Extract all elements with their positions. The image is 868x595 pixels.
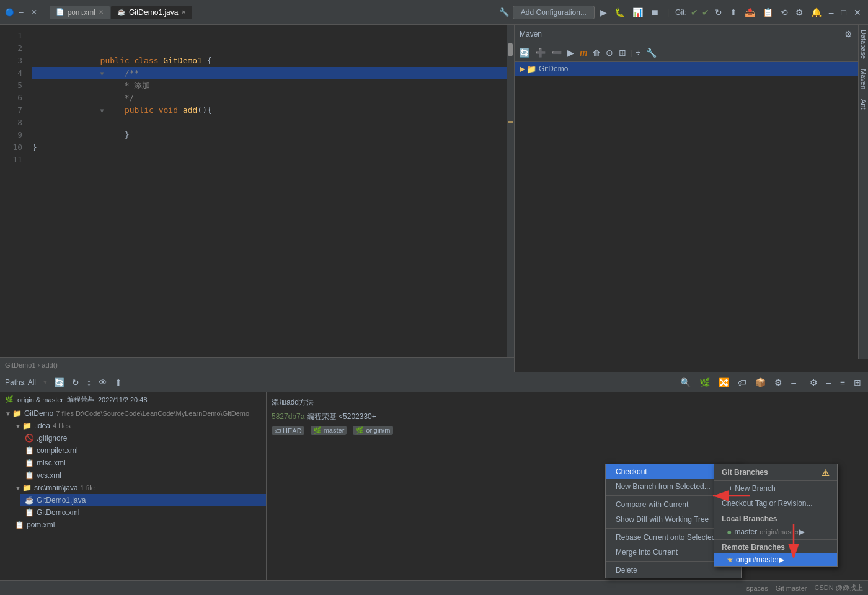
commit-author: 编程荣基 <5202330+ <box>307 412 376 421</box>
maven-settings-icon[interactable]: ⚙ <box>843 28 854 40</box>
code-line-1 <box>32 30 509 42</box>
settings-icon[interactable]: ⚙ <box>794 6 805 19</box>
ant-side-tab[interactable]: Ant <box>859 94 869 115</box>
run-icon[interactable]: ▶ <box>598 6 609 19</box>
maven-separator: | <box>630 48 632 57</box>
wrench-icon: 🔧 <box>499 7 509 17</box>
code-line-11 <box>32 154 509 166</box>
maven-content: ▶ 📁 GitDemo <box>515 62 868 372</box>
maven-refresh-icon[interactable]: 🔄 <box>517 46 531 59</box>
git-branches-header: Git Branches ⚠ <box>714 464 837 481</box>
settings2-icon[interactable]: ⚙ <box>773 376 784 389</box>
expand-icon[interactable]: – <box>825 376 833 389</box>
maven-remove-icon[interactable]: ➖ <box>549 46 564 59</box>
close-window-icon[interactable]: ✕ <box>852 6 863 19</box>
collapse-icon[interactable]: ≡ <box>838 376 847 389</box>
coverage-icon[interactable]: 📊 <box>631 6 645 19</box>
branch-name: origin & master <box>17 396 63 403</box>
line-numbers: 1 2 3 4 5 6 7 8 9 10 11 <box>0 25 25 166</box>
bottom-toolbar: Paths: All ▼ 🔄 ↻ ↕ 👁 ⬆ 🔍 🌿 🔀 🏷 📦 ⚙ – ⚙ – <box>0 372 868 392</box>
refresh-icon[interactable]: ↻ <box>713 6 724 19</box>
notifications-icon[interactable]: 🔔 <box>809 6 823 19</box>
maven-double-m-icon[interactable]: ⟰ <box>591 46 602 59</box>
git-branches-new-branch[interactable]: + + New Branch <box>714 481 837 496</box>
maximize-window-icon[interactable]: □ <box>839 6 848 19</box>
revert-icon[interactable]: ⟲ <box>779 6 790 19</box>
debug-icon[interactable]: 🐛 <box>613 6 627 19</box>
maven-side-tab[interactable]: Maven <box>859 64 869 94</box>
push-icon[interactable]: 📤 <box>743 6 757 19</box>
tree-gitignore[interactable]: 🚫 .gitignore <box>20 432 266 444</box>
git-status-text: Git: <box>675 8 687 17</box>
git-branches-checkout-tag[interactable]: Checkout Tag or Revision... <box>714 496 837 511</box>
search-icon[interactable]: 🔍 <box>678 376 693 389</box>
history-icon[interactable]: 📋 <box>761 6 775 19</box>
paths-label: Paths: All <box>5 378 36 387</box>
file-tree-panel: 🌿 origin & master 编程荣基 2022/11/2 20:48 ▼… <box>0 392 267 580</box>
maven-lifecycle-icon[interactable]: ⊙ <box>604 46 615 59</box>
maven-tree-gitdemo[interactable]: ▶ 📁 GitDemo <box>515 62 868 76</box>
branch-arrow-icon: ▶ <box>799 527 805 536</box>
tab-gitdemo1[interactable]: ☕ GitDemo1.java ✕ <box>111 6 192 19</box>
database-side-tab[interactable]: Database <box>859 25 869 64</box>
tree-compiler-xml[interactable]: 📋 compiler.xml <box>20 444 266 457</box>
tab-close-gitdemo1[interactable]: ✕ <box>181 9 186 15</box>
add-configuration-button[interactable]: Add Configuration... <box>513 6 595 19</box>
tag-icon[interactable]: 🏷 <box>736 376 748 389</box>
bottom-push-icon[interactable]: ⬆ <box>113 376 124 389</box>
minimize-icon[interactable]: – <box>19 8 24 17</box>
tree-pom-xml[interactable]: 📋 pom.xml <box>10 519 266 531</box>
git-branches-remote-header: Remote Branches <box>714 539 837 553</box>
bottom-refresh-icon[interactable]: 🔄 <box>52 376 66 389</box>
tree-gitdemo1-java[interactable]: ☕ GitDemo1.java <box>20 494 266 506</box>
code-line-10: } <box>32 141 509 154</box>
editor-scrollbar[interactable] <box>507 25 514 357</box>
bottom-right-tools: 🔍 🌿 🔀 🏷 📦 ⚙ – ⚙ – ≡ ⊞ <box>678 376 863 389</box>
stash-icon[interactable]: 📦 <box>753 376 768 389</box>
git-master-label: Git master <box>776 584 807 592</box>
git-branch-origin-master[interactable]: ★ origin/master ▶ <box>714 553 837 566</box>
author-name: 编程荣基 <box>67 395 94 404</box>
tab-pom-xml[interactable]: 📄 pom.xml ✕ <box>50 6 110 19</box>
spaces-label: spaces <box>746 584 768 592</box>
bottom-fetch-icon[interactable]: ↻ <box>70 376 81 389</box>
maven-run-icon[interactable]: ▶ <box>565 46 576 59</box>
maven-add-icon[interactable]: ➕ <box>533 46 547 59</box>
tree-src-folder[interactable]: ▼ 📁 src\main\java 1 file <box>10 482 266 494</box>
tree-root-gitdemo[interactable]: ▼ 📁 GitDemo 7 files D:\Code\SourceCode\L… <box>0 407 266 420</box>
git-branches-local-header: Local Branches <box>714 511 837 524</box>
git-branch-master[interactable]: ● master origin/master ▶ <box>714 524 837 539</box>
maven-plugins-icon[interactable]: ÷ <box>634 46 643 59</box>
tree-misc-xml[interactable]: 📋 misc.xml <box>20 457 266 469</box>
editor-tabs: 📄 pom.xml ✕ ☕ GitDemo1.java ✕ <box>50 6 193 19</box>
maven-wrench-icon[interactable]: 🔧 <box>644 46 658 59</box>
commit-date: 2022/11/2 20:48 <box>98 396 148 403</box>
editor-content: 1 2 3 4 5 6 7 8 9 10 11 <box>0 25 514 357</box>
origin-tag: 🌿 origin/m <box>353 426 392 435</box>
right-panel: Maven ⚙ – 🔄 ➕ ➖ ▶ m ⟰ ⊙ ⊞ | ÷ 🔧 <box>515 25 868 372</box>
maven-phases-icon[interactable]: ⊞ <box>617 46 628 59</box>
top-bar-right: 🔧 Add Configuration... ▶ 🐛 📊 ⏹ | Git: ✔ … <box>499 6 863 19</box>
merge-icon[interactable]: 🔀 <box>717 376 731 389</box>
bottom-close-icon[interactable]: – <box>789 376 798 389</box>
maven-header: Maven ⚙ – <box>515 25 868 43</box>
stop-icon[interactable]: ⏹ <box>649 6 661 19</box>
tree-vcs-xml[interactable]: 📋 vcs.xml <box>20 469 266 482</box>
code-area: public class GitDemo1 { ▼ /** * 添加 */ <box>30 25 514 357</box>
editor-panel: 1 2 3 4 5 6 7 8 9 10 11 <box>0 25 515 372</box>
code-line-8: } <box>32 117 509 129</box>
branch-icon[interactable]: 🌿 <box>698 376 712 389</box>
tree-gitdemo-xml[interactable]: 📋 GitDemo.xml <box>20 506 266 519</box>
tab-close-pom[interactable]: ✕ <box>99 9 104 15</box>
close-icon[interactable]: ✕ <box>31 8 37 17</box>
master-tag: 🌿 master <box>311 426 347 435</box>
update-icon[interactable]: ⬆ <box>728 6 739 19</box>
bottom-eye-icon[interactable]: 👁 <box>97 376 109 389</box>
tree-idea-folder[interactable]: ▼ 📁 .idea 4 files <box>10 420 266 432</box>
bottom-settings-icon[interactable]: ⚙ <box>808 376 820 389</box>
bottom-sort-icon[interactable]: ↕ <box>85 376 93 389</box>
csdn-label: CSDN @@找上 <box>814 583 863 593</box>
maven-m-icon[interactable]: m <box>578 46 589 59</box>
group-icon[interactable]: ⊞ <box>852 376 863 389</box>
minimize-window-icon[interactable]: – <box>827 6 836 19</box>
